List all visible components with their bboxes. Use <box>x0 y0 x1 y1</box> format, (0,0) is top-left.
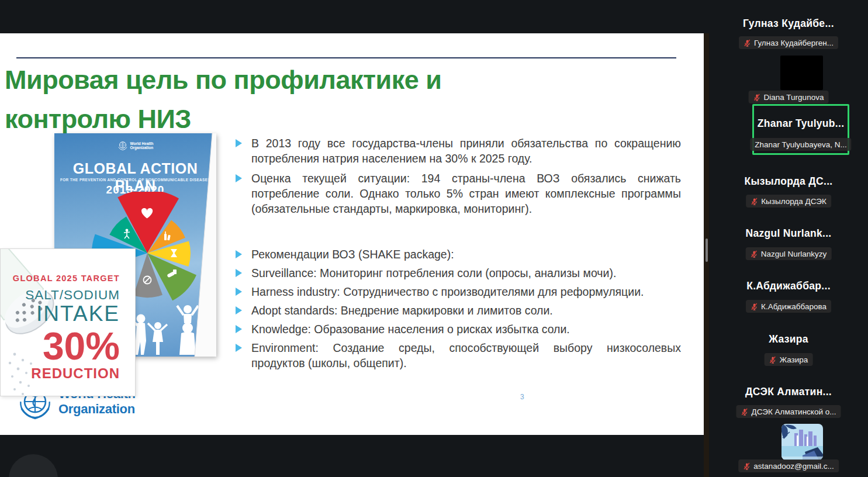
participant-name-chip: Гулназ Кудайберген... <box>739 36 838 49</box>
bullet-item: Оценка текущей ситуации: 194 страны-член… <box>236 171 681 216</box>
bullet-item: В 2013 году все государства-члены принял… <box>236 136 681 166</box>
bullet-item: Рекомендации ВОЗ (SHAKE package): <box>236 247 681 262</box>
participant-name-chip: ДСЭК Алматинской о... <box>736 405 841 418</box>
participant-name-chip: Diana Turgunova <box>749 91 829 103</box>
participant-display-name: Жазира <box>709 333 868 345</box>
participant-avatar <box>781 424 823 460</box>
bullet-arrow-icon <box>236 306 242 314</box>
target-card-salt-sodium: SALT/SODIUM <box>13 288 120 303</box>
participant-display-name: Кызылорда ДС... <box>709 175 868 188</box>
participant-name-chip: К.Абдижаббарова <box>746 300 831 313</box>
bullet-arrow-icon <box>236 250 242 258</box>
participant-name-chip: Zhanar Tyulyubayeva, N... <box>750 138 851 151</box>
bullet-item: Adopt standards: Внедрение маркировки и … <box>236 303 681 318</box>
muted-mic-icon <box>751 303 758 310</box>
participant-display-name: Гулназ Кудайбе... <box>709 18 868 30</box>
cover-who-logo: World Health Organization <box>54 140 216 151</box>
participant-name-chip: Жазира <box>765 353 813 366</box>
muted-mic-icon <box>743 39 751 47</box>
muted-mic-icon <box>741 408 749 416</box>
cover-logo-text-line1: World Health <box>130 141 154 146</box>
bullet-arrow-icon <box>236 288 242 296</box>
who-footer-line2: Organization <box>58 402 136 417</box>
participant-name-chip: astanadooz@gmail.c... <box>738 459 839 472</box>
participant-display-name: Zhanar Tyulyub... <box>754 117 848 130</box>
bullet-arrow-icon <box>236 344 242 352</box>
cover-page-edge <box>193 133 216 357</box>
slide-title-line2: контролю НИЗ <box>5 104 191 134</box>
participants-panel: Гулназ Кудайбе... Гулназ Кудайберген... <box>709 0 868 477</box>
muted-mic-icon <box>743 462 751 470</box>
bullet-item: Harness industry: Сотрудничество с произ… <box>236 284 681 299</box>
salt-target-card: GLOBAL 2025 TARGET SALT/SODIUM INTAKE 30… <box>0 248 136 396</box>
muted-mic-icon <box>753 94 761 101</box>
muted-mic-icon <box>751 198 758 205</box>
title-rule <box>16 57 676 58</box>
slide-title: Мировая цель по профилактике и контролю … <box>5 60 648 139</box>
bullet-item: Knowledge: Образование населения о риска… <box>236 322 681 337</box>
participants-scrollbar[interactable] <box>706 238 708 262</box>
bullet-item: Surveillance: Мониторинг потребления сол… <box>236 265 681 281</box>
who-emblem-icon <box>117 140 128 151</box>
cover-subtitle: FOR THE PREVENTION AND CONTROL OF NONCOM… <box>54 178 216 182</box>
participant-display-name: К.Абдижаббар... <box>709 280 868 292</box>
bullet-arrow-icon <box>236 269 242 277</box>
participant-name-chip: Кызылорда ДСЭК <box>746 195 831 208</box>
target-card-kicker: GLOBAL 2025 TARGET <box>13 274 120 283</box>
bullet-item: Environment: Создание среды, способствую… <box>236 340 681 371</box>
bullet-arrow-icon <box>236 139 242 147</box>
corner-control-circle <box>9 454 58 477</box>
slide-page-number: 3 <box>520 393 524 401</box>
active-speaker-tile[interactable]: Zhanar Tyulyub... Zhanar Tyulyubayeva, N… <box>752 104 849 155</box>
target-card-reduction: REDUCTION <box>13 365 120 382</box>
muted-mic-icon <box>769 356 777 364</box>
target-card-percent: 30% <box>13 327 120 365</box>
bullet-arrow-icon <box>236 325 242 333</box>
target-card-intake: INTAKE <box>13 303 120 325</box>
zoom-meeting-window: Мировая цель по профилактике и контролю … <box>0 0 868 477</box>
cover-logo-text-line2: Organization <box>130 146 154 150</box>
participant-video-feed <box>780 56 823 90</box>
participant-name-chip: Nazgul Nurlankyzy <box>746 247 832 260</box>
slide-title-line1: Мировая цель по профилактике и <box>5 65 441 95</box>
muted-mic-icon <box>751 250 758 258</box>
participant-display-name: ДСЭК Алматин... <box>709 386 868 398</box>
city-illustration <box>781 424 823 460</box>
bullet-arrow-icon <box>236 174 242 182</box>
participant-display-name: Nazgul Nurlank... <box>709 227 868 240</box>
shared-slide: Мировая цель по профилактике и контролю … <box>0 33 704 435</box>
